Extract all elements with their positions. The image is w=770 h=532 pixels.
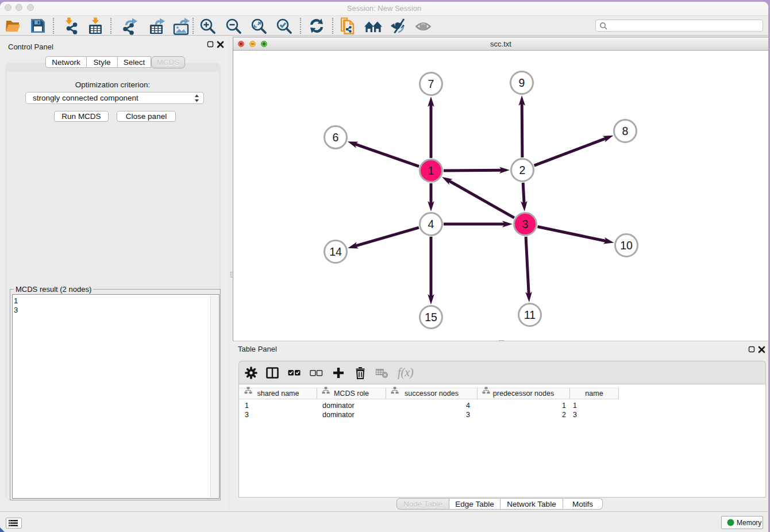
svg-text:14: 14 <box>329 245 342 258</box>
svg-text:10: 10 <box>620 239 633 252</box>
svg-text:8: 8 <box>622 125 629 137</box>
svg-text:1: 1 <box>428 164 434 177</box>
svg-text:11: 11 <box>524 309 536 321</box>
svg-text:6: 6 <box>333 131 339 144</box>
svg-text:7: 7 <box>428 78 434 90</box>
svg-text:4: 4 <box>428 218 434 230</box>
svg-text:9: 9 <box>519 76 525 89</box>
svg-text:3: 3 <box>522 218 529 230</box>
svg-text:15: 15 <box>425 311 437 323</box>
svg-text:2: 2 <box>519 164 526 176</box>
